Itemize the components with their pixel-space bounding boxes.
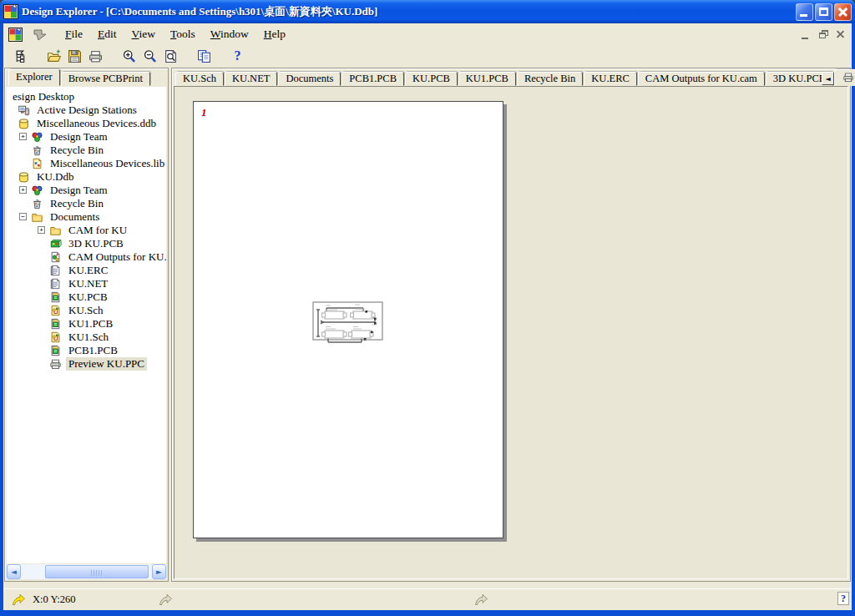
mdi-restore-button[interactable] (816, 28, 831, 41)
tab-label: KU.Sch (183, 73, 216, 85)
help-status-icon[interactable]: ? (837, 592, 849, 605)
tab-label: Documents (286, 73, 333, 85)
mdi-minimize-button[interactable] (798, 28, 813, 41)
tree-item-label: KU1.Sch (66, 331, 111, 344)
tree-item-recycle-bin[interactable]: Recycle Bin (7, 144, 166, 157)
cursor-arrow-icon (12, 593, 26, 606)
menu-help[interactable]: Help (256, 26, 293, 43)
tab-label: 3D KU.PCB (773, 73, 826, 85)
print-button[interactable] (85, 46, 106, 66)
tree-item-label: Documents (48, 210, 102, 224)
zoom-document-button[interactable] (160, 46, 181, 66)
tree-item-design-team[interactable]: +Design Team (7, 130, 166, 144)
copy-icon (197, 49, 211, 63)
document-tab-pcb1-pcb[interactable]: PCB1.PCB (341, 72, 404, 86)
window-title: Design Explorer - [C:\Documents and Sett… (18, 4, 794, 19)
stations-icon (17, 104, 31, 116)
menu-view[interactable]: View (124, 26, 163, 43)
sidebar-tab-explorer[interactable]: Explorer (8, 69, 60, 86)
minimize-button[interactable] (796, 3, 813, 21)
tab-label: Recycle Bin (524, 73, 575, 85)
tree-item-esign-desktop[interactable]: esign Desktop (7, 90, 166, 104)
save-icon (68, 49, 82, 63)
document-tab-ku-sch[interactable]: KU.Sch (175, 72, 224, 86)
tree-item-label: KU1.PCB (66, 317, 115, 331)
tree-item-ku-net[interactable]: KU.NET (7, 277, 166, 290)
lib-icon (30, 158, 44, 169)
mdi-close-button[interactable] (833, 28, 848, 41)
menu-bar: FileEditViewToolsWindowHelp (3, 23, 852, 45)
menu-down-arrow-icon[interactable] (29, 28, 51, 41)
maximize-button[interactable] (815, 3, 832, 21)
document-tabs: KU.SchKU.NETDocumentsPCB1.PCBKU.PCBKU1.P… (175, 69, 855, 86)
coordinates-readout: X:0 Y:260 (33, 593, 76, 606)
ddb-icon (17, 171, 31, 183)
document-tab-documents[interactable]: Documents (278, 72, 341, 86)
menu-edit[interactable]: Edit (90, 26, 124, 43)
status-bar: X:0 Y:260 ? (3, 588, 852, 610)
preview-page[interactable]: 1 (193, 101, 503, 538)
tree-item-pcb1-pcb[interactable]: PCB1.PCB (7, 344, 166, 357)
print-icon (89, 49, 103, 63)
mdi-minimize-icon (802, 38, 808, 39)
panel-arrow-icon (474, 593, 488, 606)
print-preview-canvas[interactable]: 1 (174, 86, 848, 579)
scrollbar-thumb[interactable] (45, 565, 149, 578)
copy-button[interactable] (194, 46, 215, 66)
help-button[interactable]: ? (227, 46, 248, 66)
panel-arrow-icon (159, 593, 173, 606)
collapse-icon[interactable]: − (19, 213, 27, 220)
document-tab-preview-ku-ppc[interactable]: Preview KU.PPC (834, 69, 855, 86)
tree-item-label: Design Team (48, 184, 110, 197)
tree-item-documents[interactable]: −Documents (7, 210, 166, 224)
tree-item-label: KU.Sch (66, 304, 106, 317)
document-tab-ku-erc[interactable]: KU.ERC (584, 72, 637, 86)
tree-item-ku1-sch[interactable]: KU1.Sch (7, 331, 166, 344)
tree-item-preview-ku-ppc[interactable]: Preview KU.PPC (7, 357, 166, 371)
tree-item-label: CAM Outputs for KU.cam (66, 250, 166, 264)
tree-item-ku-pcb[interactable]: KU.PCB (7, 290, 166, 304)
scroll-right-button[interactable]: ► (152, 564, 166, 579)
tree-horizontal-scrollbar[interactable]: ◄ ► (7, 564, 166, 579)
menu-tools[interactable]: Tools (163, 26, 203, 43)
pcb3d-icon (48, 238, 63, 250)
document-tab-ku-net[interactable]: KU.NET (225, 72, 277, 86)
tree-item-miscellaneous-devices-lib[interactable]: Miscellaneous Devices.lib (7, 157, 166, 170)
tree-item-recycle-bin[interactable]: Recycle Bin (7, 197, 166, 210)
tree-item-cam-for-ku[interactable]: +CAM for KU (7, 224, 166, 237)
document-tab-ku-pcb[interactable]: KU.PCB (405, 72, 458, 86)
team-icon (30, 184, 44, 196)
expand-icon[interactable]: + (19, 133, 27, 140)
tree-item-design-team[interactable]: +Design Team (7, 184, 166, 197)
menu-file[interactable]: File (58, 26, 90, 43)
save-button[interactable] (64, 46, 85, 66)
tree-item-miscellaneous-devices-ddb[interactable]: Miscellaneous Devices.ddb (7, 117, 166, 130)
tree-item-cam-outputs-for-ku-cam[interactable]: CAM Outputs for KU.cam (7, 250, 166, 264)
close-button[interactable] (834, 3, 852, 21)
tree-item-ku1-pcb[interactable]: KU1.PCB (7, 317, 166, 331)
tree-item-label: KU.PCB (66, 290, 110, 304)
tree-item-label: Miscellaneous Devices.lib (48, 157, 166, 170)
menu-items: FileEditViewToolsWindowHelp (58, 26, 293, 43)
document-tab-ku1-pcb[interactable]: KU1.PCB (458, 72, 516, 86)
expand-icon[interactable]: + (38, 226, 45, 234)
zoom-in-button[interactable] (119, 46, 139, 66)
tree-item-label: KU.ERC (66, 264, 110, 277)
document-tab-cam-outputs-for-ku-cam[interactable]: CAM Outputs for KU.cam (638, 72, 765, 86)
tree-item-ku-erc[interactable]: KU.ERC (7, 264, 166, 277)
tree-item-ku-ddb[interactable]: KU.Ddb (7, 170, 166, 184)
mdi-restore-icon-front (819, 33, 826, 38)
tree-item-3d-ku-pcb[interactable]: 3D KU.PCB (7, 237, 166, 250)
open-document-button[interactable] (43, 46, 64, 66)
menu-window[interactable]: Window (203, 26, 256, 43)
document-tab-recycle-bin[interactable]: Recycle Bin (517, 72, 583, 86)
tree-item-ku-sch[interactable]: KU.Sch (7, 304, 166, 317)
tree-item-active-design-stations[interactable]: Active Design Stations (7, 104, 166, 117)
design-manager-button[interactable] (10, 46, 31, 66)
sidebar-tab-browse-pcbprint[interactable]: Browse PCBPrint (61, 72, 150, 86)
expand-icon[interactable]: + (19, 186, 27, 194)
content-area: ExplorerBrowse PCBPrint esign DesktopAct… (3, 67, 852, 583)
tabs-scroll-left-button[interactable]: ◄ (822, 72, 834, 85)
zoom-out-button[interactable] (139, 46, 160, 66)
scroll-left-button[interactable]: ◄ (7, 564, 21, 579)
